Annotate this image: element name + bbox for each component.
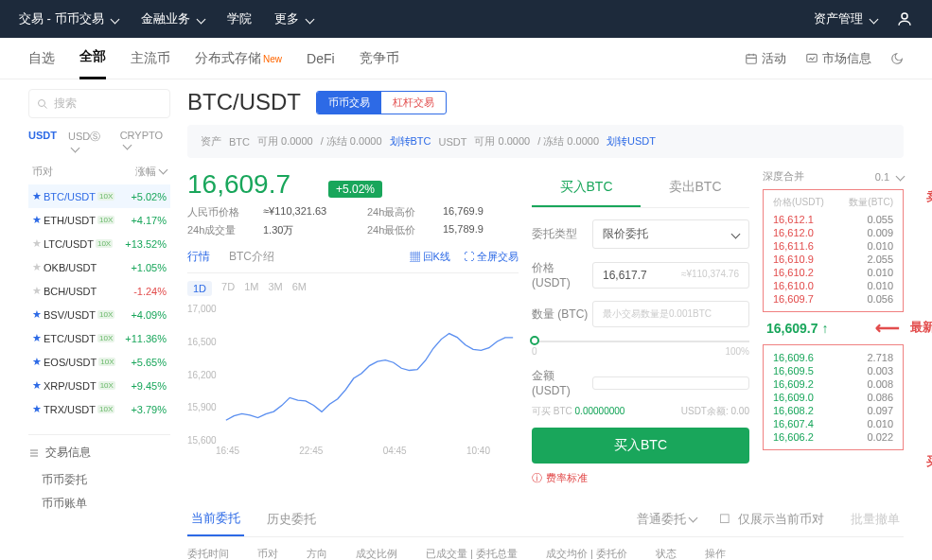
last-price: 16,609.7: [187, 169, 290, 200]
star-icon[interactable]: ★: [32, 356, 44, 368]
tab-intro[interactable]: BTC介绍: [229, 249, 274, 265]
btn-fullscreen[interactable]: ⛶ 全屏交易: [464, 250, 519, 264]
tab-sell[interactable]: 卖出BTC: [641, 169, 749, 207]
pair-row[interactable]: ★ EOS/USDT10X +5.65%: [28, 350, 170, 374]
quote-tab-usdt[interactable]: USDT: [28, 130, 57, 155]
star-icon[interactable]: ★: [32, 379, 44, 392]
star-icon[interactable]: ★: [32, 190, 44, 202]
pair-row[interactable]: ★ LTC/USDT10X +13.52%: [28, 232, 170, 255]
quote-tab-usds[interactable]: USDⓈ: [68, 130, 109, 155]
orderbook-last-price: 16,609.7↑⟵: [763, 312, 904, 344]
ask-row[interactable]: 16,612.00.009: [769, 226, 897, 239]
qty-input[interactable]: 最小交易数量是0.001BTC: [592, 301, 749, 327]
bid-row[interactable]: 16,609.00.086: [769, 391, 897, 404]
tab-spot[interactable]: 币币交易: [317, 92, 381, 114]
orderbook: 深度合并 0.1 价格(USDT)数量(BTC) 16,612.10.05516…: [763, 169, 904, 485]
btn-kline[interactable]: ▦ 回K线: [410, 250, 450, 264]
ask-row[interactable]: 16,609.70.056: [769, 292, 897, 306]
bid-row[interactable]: 16,608.20.097: [769, 404, 897, 417]
pair-row[interactable]: ★ ETH/USDT10X +4.17%: [28, 208, 170, 232]
transfer-btc-link[interactable]: 划转BTC: [390, 134, 431, 149]
category-tab-1[interactable]: 全部: [79, 37, 106, 79]
link-spot-orders[interactable]: 币币委托: [28, 468, 170, 492]
ask-row[interactable]: 16,610.20.010: [769, 266, 897, 279]
ann-last: 最新成交价: [910, 319, 932, 336]
trade-info-header: 交易信息: [28, 445, 170, 461]
only-current-pair-checkbox[interactable]: ☐ 仅展示当前币对: [715, 503, 832, 535]
timeframe-6M[interactable]: 6M: [292, 281, 307, 296]
star-icon[interactable]: ★: [32, 403, 44, 415]
pair-row[interactable]: ★ BTC/USDT10X +5.02%: [28, 184, 170, 208]
tab-order-history[interactable]: 历史委托: [263, 503, 320, 535]
star-icon[interactable]: ★: [32, 332, 44, 344]
quote-currency-tabs: USDT USDⓈ CRYPTO: [28, 126, 170, 159]
star-icon[interactable]: ★: [32, 237, 44, 250]
timeframe-3M[interactable]: 3M: [268, 281, 282, 296]
category-tab-4[interactable]: DeFi: [307, 40, 335, 78]
fee-schedule-link[interactable]: ⓘ 费率标准: [532, 471, 749, 485]
amount-input[interactable]: [592, 376, 749, 390]
pair-title: BTC/USDT: [187, 89, 301, 115]
batch-cancel-button[interactable]: 批量撤单: [847, 503, 904, 535]
category-tab-2[interactable]: 主流币: [131, 39, 170, 79]
user-icon[interactable]: [896, 10, 913, 27]
tab-margin[interactable]: 杠杆交易: [381, 92, 446, 114]
nav-trade[interactable]: 交易 - 币币交易: [19, 10, 118, 27]
col-change[interactable]: 涨幅: [135, 165, 167, 179]
bid-row[interactable]: 16,609.20.008: [769, 377, 897, 391]
bid-row[interactable]: 16,609.50.003: [769, 364, 897, 377]
quote-tab-crypto[interactable]: CRYPTO: [120, 130, 170, 155]
pair-row[interactable]: ★ XRP/USDT10X +9.45%: [28, 374, 170, 397]
star-icon[interactable]: ★: [32, 214, 44, 226]
theme-toggle-icon[interactable]: [890, 52, 904, 65]
order-filter-select[interactable]: 普通委托: [633, 503, 700, 535]
ask-row[interactable]: 16,610.92.055: [769, 253, 897, 266]
pair-row[interactable]: ★ ETC/USDT10X +11.36%: [28, 326, 170, 350]
pair-row[interactable]: ★ OKB/USDT +1.05%: [28, 255, 170, 279]
ask-row[interactable]: 16,611.60.010: [769, 239, 897, 253]
tab-open-orders[interactable]: 当前委托: [187, 502, 244, 536]
top-navbar: 交易 - 币币交易 金融业务 学院 更多 资产管理: [0, 0, 932, 38]
timeframe-7D[interactable]: 7D: [221, 281, 235, 296]
nav-more[interactable]: 更多: [274, 10, 313, 27]
timeframe-1D[interactable]: 1D: [187, 281, 212, 296]
nav-activity[interactable]: 活动: [745, 50, 786, 67]
ask-row[interactable]: 16,610.00.010: [769, 279, 897, 292]
nav-finance[interactable]: 金融业务: [141, 10, 204, 27]
buy-button[interactable]: 买入BTC: [532, 428, 749, 464]
amount-slider[interactable]: [532, 341, 749, 342]
link-spot-ledger[interactable]: 币币账单: [28, 492, 170, 516]
category-tab-3[interactable]: 分布式存储New: [195, 39, 282, 79]
bid-row[interactable]: 16,606.20.022: [769, 430, 897, 444]
tab-buy[interactable]: 买入BTC: [532, 169, 641, 207]
orders-section: 当前委托 历史委托 普通委托 ☐ 仅展示当前币对 批量撤单 委托时间币对方向成交…: [187, 502, 904, 560]
depth-label: 深度合并: [763, 169, 804, 184]
transfer-usdt-link[interactable]: 划转USDT: [607, 134, 656, 149]
bid-row[interactable]: 16,609.62.718: [769, 351, 897, 364]
ask-row[interactable]: 16,612.10.055: [769, 213, 897, 226]
depth-step-select[interactable]: 0.1: [875, 169, 904, 184]
search-input[interactable]: 搜索: [28, 89, 170, 118]
nav-market-info[interactable]: 市场信息: [805, 50, 871, 67]
star-icon[interactable]: ★: [32, 285, 44, 297]
bid-row[interactable]: 16,607.40.010: [769, 417, 897, 430]
tab-quote[interactable]: 行情: [187, 249, 210, 265]
nav-assets[interactable]: 资产管理: [814, 10, 877, 27]
nav-academy[interactable]: 学院: [227, 10, 252, 27]
category-tab-0[interactable]: 自选: [28, 39, 55, 79]
change-badge: +5.02%: [328, 181, 382, 198]
pair-row[interactable]: ★ TRX/USDT10X +3.79%: [28, 397, 170, 421]
star-icon[interactable]: ★: [32, 308, 44, 321]
star-icon[interactable]: ★: [32, 261, 44, 273]
list-icon: [28, 447, 40, 459]
category-nav: 自选全部主流币分布式存储NewDeFi竞争币 活动 市场信息: [0, 38, 932, 79]
timeframe-1M[interactable]: 1M: [244, 281, 258, 296]
category-tab-5[interactable]: 竞争币: [360, 39, 399, 79]
asset-bar: 资产 BTC 可用 0.0000 / 冻结 0.0000 划转BTC USDT …: [187, 125, 904, 158]
order-type-select[interactable]: 限价委托: [592, 219, 749, 249]
pair-row[interactable]: ★ BSV/USDT10X +4.09%: [28, 303, 170, 326]
svg-rect-2: [807, 54, 818, 61]
price-input[interactable]: 16,617.7≈¥110,374.76: [592, 262, 749, 289]
price-chart[interactable]: 17,00016,50016,20015,90015,600: [187, 304, 519, 446]
pair-row[interactable]: ★ BCH/USDT -1.24%: [28, 279, 170, 303]
